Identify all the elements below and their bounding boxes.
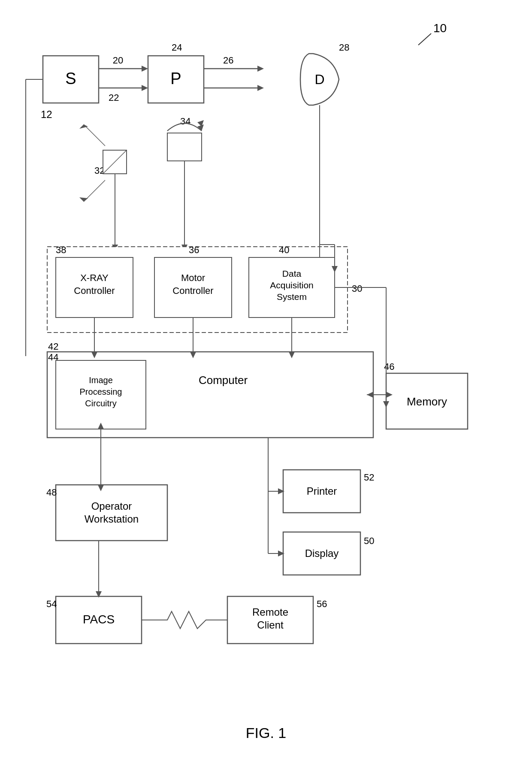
rc-label-1: Remote bbox=[252, 606, 288, 618]
ref-20: 20 bbox=[113, 55, 123, 66]
computer-label: Computer bbox=[199, 374, 248, 387]
ref-28: 28 bbox=[339, 42, 349, 53]
p-label: P bbox=[170, 70, 181, 88]
ipc-label-2: Processing bbox=[80, 387, 122, 396]
ipc-label-3: Circuitry bbox=[85, 399, 116, 408]
das-label-3: System bbox=[277, 292, 307, 302]
motor-label-1: Motor bbox=[181, 272, 205, 283]
ref-34: 34 bbox=[180, 116, 190, 127]
ref-26: 26 bbox=[223, 55, 233, 66]
printer-label: Printer bbox=[307, 485, 337, 497]
ref-30: 30 bbox=[352, 283, 362, 294]
ref-12: 12 bbox=[41, 109, 52, 120]
xray-label-2: Controller bbox=[74, 285, 115, 296]
ipc-label-1: Image bbox=[89, 375, 113, 385]
ref-36: 36 bbox=[189, 245, 199, 255]
ref-42: 42 bbox=[48, 341, 58, 352]
memory-label: Memory bbox=[407, 395, 447, 408]
ref-38: 38 bbox=[56, 245, 66, 255]
ref-22: 22 bbox=[109, 92, 119, 103]
ref-50: 50 bbox=[364, 535, 374, 546]
ow-label-1: Operator bbox=[91, 500, 132, 512]
ref-46: 46 bbox=[384, 361, 394, 372]
das-label-2: Acquisition bbox=[270, 280, 314, 290]
ref-40: 40 bbox=[279, 245, 289, 255]
display-label: Display bbox=[305, 547, 339, 559]
motor-label-2: Controller bbox=[172, 285, 213, 296]
ow-label-2: Workstation bbox=[85, 513, 139, 525]
ref-48: 48 bbox=[46, 487, 57, 498]
xray-label-1: X-RAY bbox=[80, 272, 109, 283]
ref-10: 10 bbox=[433, 21, 447, 35]
diagram: 10 S 12 20 22 P 24 26 28 D 32 34 bbox=[0, 0, 532, 765]
ref-52: 52 bbox=[364, 472, 374, 483]
operator-workstation-box bbox=[56, 485, 167, 541]
collimator-box bbox=[167, 133, 202, 161]
ref-56: 56 bbox=[317, 599, 327, 609]
d-label: D bbox=[314, 72, 324, 87]
das-label-1: Data bbox=[282, 269, 302, 278]
s-label: S bbox=[65, 70, 76, 88]
pacs-label: PACS bbox=[83, 613, 115, 626]
ref-54: 54 bbox=[46, 599, 57, 609]
rc-label-2: Client bbox=[257, 619, 284, 631]
ref-24: 24 bbox=[172, 42, 182, 53]
fig-label: FIG. 1 bbox=[246, 725, 286, 741]
